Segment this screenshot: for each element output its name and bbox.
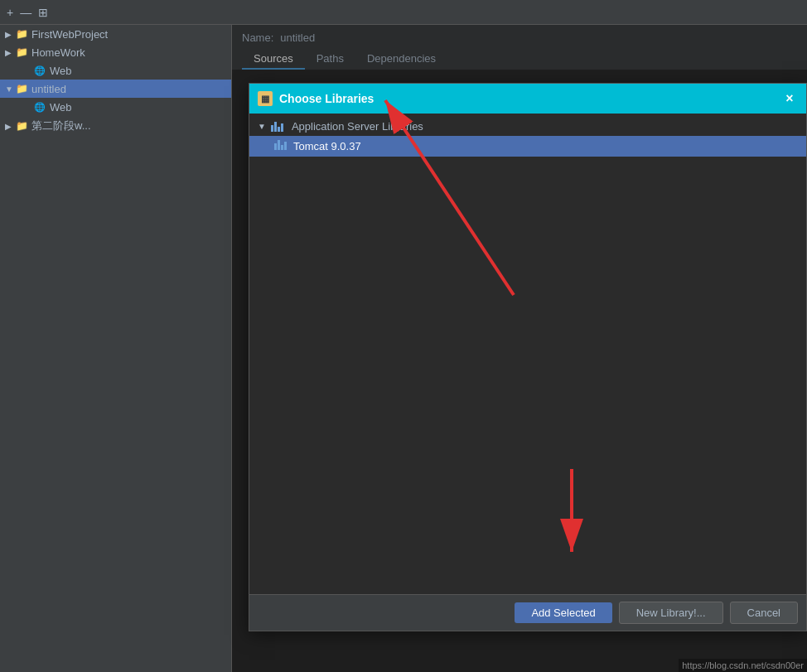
- sidebar-item-homework-web[interactable]: 🌐 Web: [0, 61, 231, 80]
- library-tree: ▼ Application Server Libraries: [249, 114, 806, 160]
- dialog-title-content: ▦ Choose Libraries: [258, 91, 374, 106]
- dialog-footer: Add Selected New Library!... Cancel: [249, 594, 806, 631]
- sidebar-item-untitled[interactable]: ▼ 📁 untitled: [0, 80, 231, 98]
- expand-arrow: ▶: [5, 30, 15, 39]
- sidebar-item-firstwebproject[interactable]: ▶ 📁 FirstWebProject: [0, 25, 231, 43]
- folder-icon: 📁: [15, 46, 28, 59]
- tomcat-label: Tomcat 9.0.37: [293, 140, 361, 152]
- web-icon: 🌐: [33, 100, 46, 114]
- expand-arrow: ▶: [5, 122, 15, 131]
- dialog-title-icon: ▦: [258, 91, 273, 106]
- watermark: https://blog.csdn.net/csdn00er: [679, 659, 807, 672]
- dialog-body: ▼ Application Server Libraries: [249, 114, 806, 594]
- minimize-icon[interactable]: —: [20, 6, 31, 19]
- sidebar-item-label: HomeWork: [31, 46, 85, 59]
- folder-icon: 📁: [15, 27, 28, 41]
- app-server-libraries-group[interactable]: ▼ Application Server Libraries: [249, 117, 806, 136]
- sidebar: ▶ 📁 FirstWebProject ▶ 📁 HomeWork 🌐 Web ▼…: [0, 25, 232, 672]
- sidebar-item-untitled-web[interactable]: 🌐 Web: [0, 98, 231, 116]
- sidebar-item-label: FirstWebProject: [31, 28, 108, 41]
- sidebar-item-phase2[interactable]: ▶ 📁 第二阶段w...: [0, 116, 231, 136]
- sidebar-item-label: Web: [50, 65, 72, 77]
- library-bars-icon: [274, 140, 287, 152]
- library-bars-icon: [271, 122, 283, 132]
- folder-icon: 📁: [15, 82, 28, 95]
- expand-arrow: ▶: [5, 48, 15, 57]
- web-icon: 🌐: [33, 64, 46, 77]
- dialog-titlebar: ▦ Choose Libraries ×: [249, 84, 806, 114]
- content-panel: Name: untitled Sources Paths Dependencie…: [232, 25, 807, 672]
- cancel-button[interactable]: Cancel: [730, 602, 798, 624]
- folder-icon: 📁: [15, 119, 28, 133]
- choose-libraries-dialog: ▦ Choose Libraries × ▼: [249, 83, 807, 631]
- group-label: Application Server Libraries: [292, 120, 423, 133]
- sidebar-item-homework[interactable]: ▶ 📁 HomeWork: [0, 43, 231, 61]
- tomcat-library-item[interactable]: Tomcat 9.0.37: [249, 136, 806, 157]
- main-layout: ▶ 📁 FirstWebProject ▶ 📁 HomeWork 🌐 Web ▼…: [0, 25, 807, 672]
- top-toolbar: + — ⊞: [0, 0, 807, 25]
- sidebar-item-label: Web: [50, 101, 72, 114]
- dialog-close-button[interactable]: ×: [781, 91, 798, 106]
- dialog-overlay: ▦ Choose Libraries × ▼: [232, 25, 807, 672]
- sidebar-item-label: 第二阶段w...: [31, 118, 91, 133]
- new-library-button[interactable]: New Library!...: [619, 602, 723, 624]
- expand-arrow: ▼: [5, 85, 15, 94]
- add-selected-button[interactable]: Add Selected: [515, 602, 611, 623]
- sidebar-item-label: untitled: [31, 83, 66, 95]
- dialog-title-text: Choose Libraries: [279, 92, 374, 105]
- group-arrow-icon: ▼: [258, 122, 266, 131]
- layout-icon[interactable]: ⊞: [38, 6, 48, 19]
- add-icon[interactable]: +: [7, 6, 13, 19]
